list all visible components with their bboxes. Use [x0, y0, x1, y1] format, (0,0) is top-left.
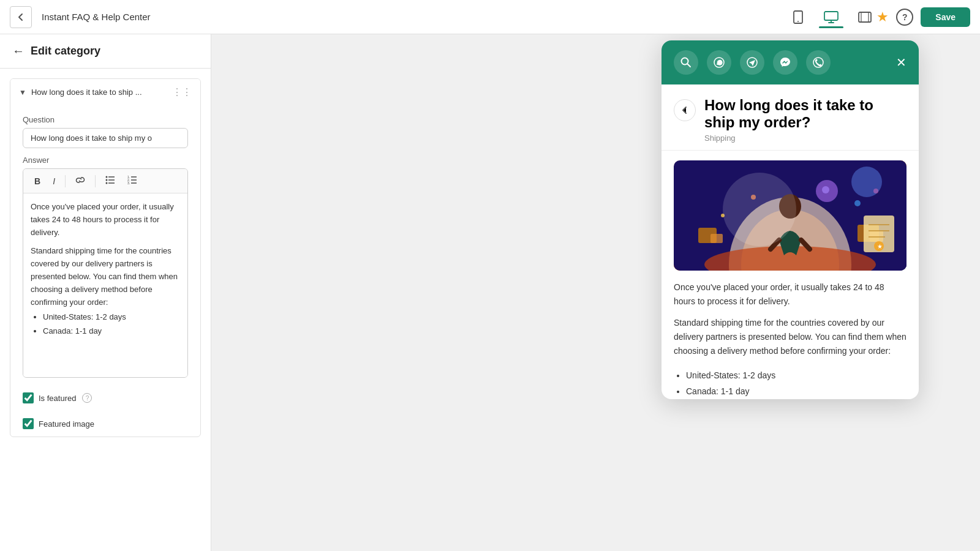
main-layout: ← Edit category ▼ How long does it take … — [0, 34, 980, 551]
svg-point-1 — [797, 21, 799, 22]
widget-content: How long does it take to ship my order? … — [662, 84, 919, 399]
toolbar-divider-2 — [95, 175, 96, 187]
faq-item-header[interactable]: ▼ How long does it take to ship ... ⋮⋮ — [10, 79, 200, 105]
widget-question-header: How long does it take to ship my order? … — [662, 84, 919, 151]
svg-line-17 — [688, 64, 691, 67]
edit-category-title: Edit category — [31, 45, 100, 58]
featured-image-label[interactable]: Featured image — [39, 419, 94, 429]
widget-phone-icon[interactable] — [806, 50, 831, 75]
is-featured-label[interactable]: Is featured — [39, 394, 76, 403]
question-section: Question — [10, 105, 200, 148]
svg-text:★: ★ — [877, 243, 883, 250]
desktop-view-button[interactable] — [819, 9, 843, 26]
link-button[interactable] — [70, 173, 90, 189]
answer-label: Answer — [23, 156, 188, 165]
widget-messenger-icon[interactable] — [773, 50, 797, 75]
italic-button[interactable]: I — [48, 174, 60, 189]
question-input[interactable] — [23, 128, 188, 148]
widget-body-list: United-States: 1-2 days Canada: 1-1 day — [662, 368, 919, 399]
answer-section: Answer B I — [10, 148, 200, 385]
desktop-icon — [824, 11, 839, 23]
widget-icons — [674, 50, 831, 75]
answer-content[interactable]: Once you've placed your order, it usuall… — [23, 193, 187, 377]
widget-body-text: Once you've placed your order, it usuall… — [662, 280, 919, 368]
svg-rect-26 — [710, 234, 723, 243]
svg-point-5 — [106, 179, 108, 181]
svg-rect-3 — [859, 12, 871, 22]
widget-search-icon[interactable] — [674, 50, 698, 75]
widget-illustration: ★ — [674, 160, 907, 271]
widget-list-item-2: Canada: 1-1 day — [686, 384, 907, 399]
topbar-back-button[interactable] — [10, 6, 32, 28]
is-featured-checkbox[interactable] — [23, 392, 34, 403]
topbar-right: ★ ? Save — [876, 7, 970, 27]
drag-handle-icon[interactable]: ⋮⋮ — [172, 86, 192, 98]
svg-point-31 — [822, 186, 829, 193]
mobile-view-button[interactable] — [787, 8, 809, 26]
widget-question-title: How long does it take to ship my order? — [704, 97, 907, 131]
right-area: ✕ How long does it take to ship my order… — [211, 34, 980, 551]
fullscreen-view-button[interactable] — [853, 9, 876, 25]
back-icon — [16, 12, 26, 22]
widget-header: ✕ — [662, 40, 919, 84]
editor-toolbar: B I — [23, 169, 187, 193]
link-icon — [75, 175, 85, 185]
svg-point-20 — [813, 58, 823, 67]
illus-circle-small — [851, 167, 882, 197]
faq-item: ▼ How long does it take to ship ... ⋮⋮ Q… — [10, 78, 201, 437]
app-title: Instant FAQ & Help Center — [42, 12, 787, 22]
fullscreen-icon — [858, 12, 872, 23]
star-icon[interactable]: ★ — [876, 9, 889, 25]
widget-popup: ✕ How long does it take to ship my order… — [662, 40, 919, 399]
widget-list-item-1: United-States: 1-2 days — [686, 368, 907, 383]
help-button[interactable]: ? — [896, 9, 913, 26]
mobile-icon — [792, 10, 804, 24]
answer-editor: B I — [23, 168, 188, 378]
back-arrow-icon[interactable]: ← — [12, 44, 24, 58]
svg-text:3.: 3. — [127, 181, 130, 184]
svg-point-33 — [854, 200, 861, 206]
widget-close-button[interactable]: ✕ — [896, 56, 907, 69]
illus-circle-big — [723, 173, 796, 246]
featured-image-checkbox[interactable] — [23, 418, 34, 429]
svg-rect-2 — [824, 12, 838, 20]
widget-whatsapp-icon[interactable] — [707, 50, 731, 75]
ordered-list-button[interactable]: 1. 2. 3. — [123, 173, 142, 189]
widget-telegram-icon[interactable] — [740, 50, 764, 75]
svg-point-4 — [106, 176, 108, 178]
widget-question-info: How long does it take to ship my order? … — [704, 97, 907, 143]
svg-point-6 — [106, 182, 108, 184]
edit-category-header: ← Edit category — [0, 34, 211, 69]
ordered-list-icon: 1. 2. 3. — [127, 176, 137, 184]
is-featured-section: Is featured ? — [10, 385, 200, 411]
widget-category: Shipping — [704, 133, 907, 143]
widget-body-para-1: Once you've placed your order, it usuall… — [674, 280, 907, 309]
is-featured-help-icon[interactable]: ? — [82, 393, 92, 403]
save-button[interactable]: Save — [921, 7, 970, 27]
answer-para-2: Standard shipping time for the countries… — [31, 245, 180, 309]
faq-chevron-icon: ▼ — [19, 88, 26, 97]
widget-body-para-2: Standard shipping time for the countries… — [674, 316, 907, 358]
answer-list-item-1: United-States: 1-2 days — [43, 311, 180, 324]
widget-back-icon — [680, 105, 690, 115]
faq-item-title: How long does it take to ship ... — [31, 88, 167, 97]
answer-para-1: Once you've placed your order, it usuall… — [31, 201, 180, 239]
question-label: Question — [23, 115, 188, 124]
bold-button[interactable]: B — [29, 174, 45, 189]
toolbar-divider-1 — [65, 175, 66, 187]
featured-image-section: Featured image — [10, 411, 200, 437]
topbar: Instant FAQ & Help Center ★ ? Save — [0, 0, 980, 34]
unordered-list-button[interactable] — [100, 173, 120, 189]
widget-back-button[interactable] — [674, 99, 696, 121]
device-switcher — [787, 8, 876, 26]
unordered-list-icon — [105, 176, 115, 184]
answer-list-item-2: Canada: 1-1 day — [43, 325, 180, 338]
left-panel: ← Edit category ▼ How long does it take … — [0, 34, 211, 551]
